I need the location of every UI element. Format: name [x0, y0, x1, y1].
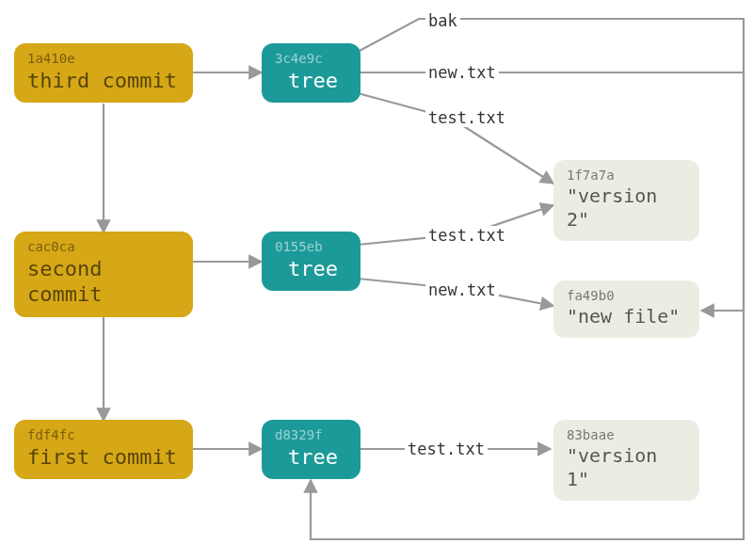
edge-label-newtxt: new.txt [425, 63, 499, 82]
tree-label: tree [275, 445, 338, 469]
tree-0155eb: 0155eb tree [262, 232, 360, 291]
blob-fa49b0: fa49b0 "new file" [553, 280, 699, 338]
tree-d8329f: d8329f tree [262, 420, 360, 479]
blob-1f7a7a: 1f7a7a "version 2" [553, 160, 699, 241]
tree-hash: d8329f [275, 427, 347, 444]
commit-second: cac0ca second commit [14, 232, 193, 317]
commit-msg: third commit [27, 69, 177, 92]
commit-first: fdf4fc first commit [14, 420, 193, 479]
commit-third: 1a410e third commit [14, 43, 193, 103]
edge-label-testtxt: test.txt [405, 440, 488, 458]
tree-label: tree [275, 69, 338, 92]
edge-label-testtxt: test.txt [425, 108, 508, 127]
commit-hash: fdf4fc [27, 427, 180, 444]
blob-msg: "version 1" [567, 444, 657, 490]
blob-msg: "new file" [567, 305, 680, 328]
commit-msg: second commit [27, 257, 102, 307]
commit-hash: cac0ca [27, 239, 180, 256]
tree-3c4e9c: 3c4e9c tree [262, 43, 360, 103]
blob-hash: fa49b0 [567, 288, 686, 305]
edge-label-newtxt: new.txt [425, 280, 499, 299]
edge-label-bak: bak [425, 11, 460, 30]
tree-label: tree [275, 257, 338, 280]
blob-83baae: 83baae "version 1" [553, 420, 699, 501]
tree-hash: 3c4e9c [275, 51, 347, 68]
blob-hash: 1f7a7a [567, 168, 686, 184]
edge-label-testtxt: test.txt [425, 226, 508, 245]
blob-msg: "version 2" [567, 184, 657, 231]
commit-hash: 1a410e [27, 51, 180, 68]
tree-hash: 0155eb [275, 239, 347, 256]
commit-msg: first commit [27, 445, 177, 469]
blob-hash: 83baae [567, 427, 686, 444]
